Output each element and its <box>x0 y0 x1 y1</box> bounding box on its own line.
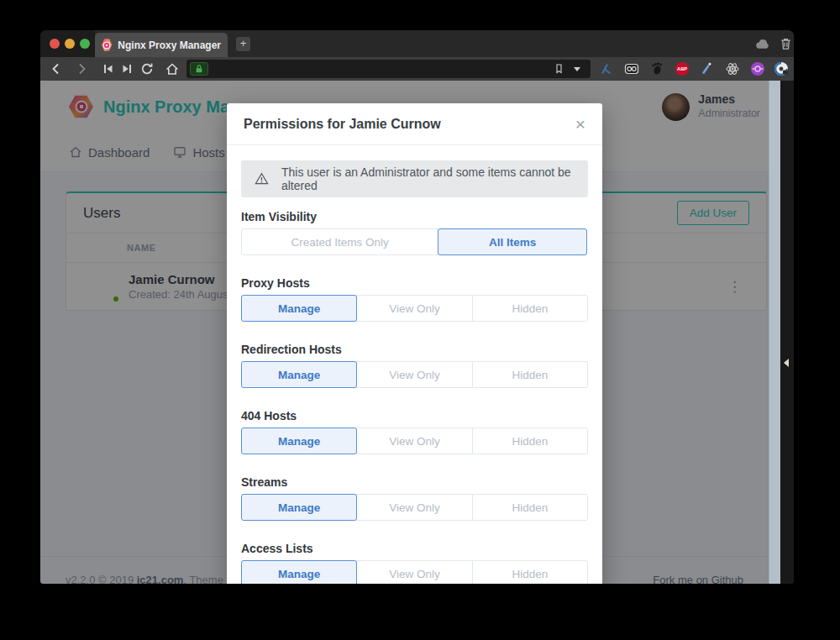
secure-lock-icon <box>194 64 204 74</box>
site-favicon-icon <box>102 39 112 52</box>
streams-hidden-button[interactable]: Hidden <box>472 494 588 521</box>
address-bar[interactable] <box>186 60 591 78</box>
404-hosts-group: Manage View Only Hidden <box>241 428 588 454</box>
proxy-hosts-group: Manage View Only Hidden <box>241 295 588 322</box>
sync-cloud-icon[interactable] <box>753 36 772 51</box>
extension-atom-icon[interactable] <box>725 61 740 76</box>
extension-pen-icon[interactable] <box>700 61 715 76</box>
svg-text:ABP: ABP <box>677 66 687 71</box>
streams-group: Manage View Only Hidden <box>241 494 588 521</box>
redirection-hosts-group: Manage View Only Hidden <box>241 361 588 388</box>
fast-forward-button-icon[interactable] <box>119 61 134 76</box>
proxy-hosts-hidden-button[interactable]: Hidden <box>472 295 588 322</box>
browser-tab[interactable]: Nginx Proxy Manager <box>95 33 228 57</box>
tab-title: Nginx Proxy Manager <box>118 39 221 51</box>
new-tab-button[interactable]: + <box>236 37 250 51</box>
bookmark-icon[interactable] <box>553 62 565 76</box>
permissions-modal: Permissions for Jamie Curnow × This user… <box>227 103 602 584</box>
page-scrollbar[interactable] <box>769 81 780 584</box>
created-items-only-button[interactable]: Created Items Only <box>241 228 438 255</box>
modal-title: Permissions for Jamie Curnow <box>244 117 441 132</box>
forward-button-icon[interactable] <box>74 61 89 76</box>
extension-privacy-circle-icon[interactable] <box>774 61 789 76</box>
redirection-hosts-view-only-button[interactable]: View Only <box>356 361 472 388</box>
window-close-button[interactable] <box>50 39 60 49</box>
side-panel-strip <box>780 81 794 584</box>
access-lists-view-only-button[interactable]: View Only <box>356 560 472 584</box>
window-minimize-button[interactable] <box>65 39 75 49</box>
panel-toggle-arrow[interactable] <box>784 359 789 367</box>
modal-close-button[interactable]: × <box>575 115 585 133</box>
proxy-hosts-manage-button[interactable]: Manage <box>241 295 357 322</box>
extension-purple-icon[interactable] <box>750 61 765 76</box>
admin-warning-alert: This user is an Administrator and some i… <box>241 160 588 197</box>
rewind-button-icon[interactable] <box>101 61 116 76</box>
404-hosts-label: 404 Hosts <box>241 409 588 422</box>
extension-goggles-icon[interactable] <box>624 61 639 76</box>
reload-button-icon[interactable] <box>139 61 155 76</box>
window-controls <box>40 30 95 57</box>
page-viewport: Nginx Proxy Manager James Administrator … <box>40 81 769 584</box>
redirection-hosts-hidden-button[interactable]: Hidden <box>472 361 588 388</box>
window-zoom-button[interactable] <box>80 39 90 49</box>
streams-label: Streams <box>241 475 588 489</box>
extension-gnome-foot-icon[interactable] <box>649 61 664 76</box>
home-button-icon[interactable] <box>165 61 180 76</box>
back-button-icon[interactable] <box>49 61 64 76</box>
browser-titlebar: Nginx Proxy Manager + <box>40 30 794 57</box>
item-visibility-group: Created Items Only All Items <box>241 228 588 255</box>
404-hosts-hidden-button[interactable]: Hidden <box>472 428 588 454</box>
browser-window: Nginx Proxy Manager + ABP <box>40 30 794 584</box>
access-lists-hidden-button[interactable]: Hidden <box>472 560 588 584</box>
redirection-hosts-manage-button[interactable]: Manage <box>241 361 357 388</box>
closed-tabs-trash-icon[interactable] <box>779 36 793 51</box>
access-lists-manage-button[interactable]: Manage <box>241 560 357 584</box>
browser-toolbar: ABP <box>40 57 794 81</box>
site-security-badge[interactable] <box>190 62 208 76</box>
streams-view-only-button[interactable]: View Only <box>356 494 472 521</box>
bookmarks-dropdown-icon[interactable] <box>574 67 580 71</box>
streams-manage-button[interactable]: Manage <box>241 494 357 521</box>
access-lists-group: Manage View Only Hidden <box>241 560 588 584</box>
404-hosts-view-only-button[interactable]: View Only <box>356 428 472 454</box>
proxy-hosts-label: Proxy Hosts <box>241 276 588 290</box>
proxy-hosts-view-only-button[interactable]: View Only <box>356 295 472 322</box>
extension-flame-icon[interactable] <box>599 61 614 76</box>
item-visibility-label: Item Visibility <box>241 210 588 223</box>
redirection-hosts-label: Redirection Hosts <box>241 343 588 356</box>
access-lists-label: Access Lists <box>241 542 588 555</box>
all-items-button[interactable]: All Items <box>438 228 587 255</box>
admin-warning-text: This user is an Administrator and some i… <box>281 165 575 192</box>
warning-triangle-icon <box>255 171 269 186</box>
404-hosts-manage-button[interactable]: Manage <box>241 428 357 454</box>
extension-adblock-plus-icon[interactable]: ABP <box>675 61 690 76</box>
